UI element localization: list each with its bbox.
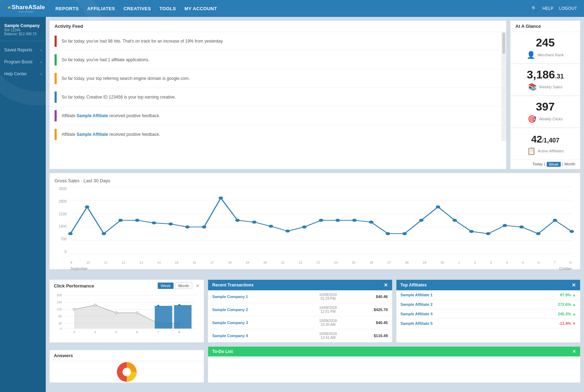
svg-point-15 (219, 196, 223, 199)
weekly-sales-label-row: 📚 Weekly Sales (515, 83, 575, 91)
activity-feed-body: So far today, you've had 98 hits. That's… (50, 32, 506, 141)
x-label: 7 (554, 261, 555, 264)
tx-company-name: Sample Company 3 (212, 321, 289, 325)
scrollbar[interactable] (501, 32, 506, 141)
answers-body (50, 361, 204, 382)
logout-link[interactable]: LOGOUT (559, 6, 577, 11)
svg-point-23 (352, 219, 357, 222)
svg-point-25 (386, 232, 390, 235)
x-label: 17 (210, 261, 214, 264)
activity-feed-title: Activity Feed (55, 24, 83, 29)
svg-point-14 (202, 226, 206, 228)
svg-point-24 (369, 221, 373, 223)
tab-month[interactable]: Month (175, 283, 192, 289)
sidebar-item-label: Help Center (4, 71, 27, 76)
svg-point-17 (252, 221, 257, 223)
svg-point-20 (302, 226, 307, 228)
x-label: 11 (104, 261, 108, 264)
active-affiliates-label: Active Affiliates (538, 149, 564, 153)
aff-pct: 272.6% (558, 302, 576, 306)
x-label: 14 (157, 261, 161, 264)
x-label: 23 (316, 261, 320, 264)
svg-point-53 (136, 312, 138, 314)
svg-point-8 (102, 232, 106, 235)
close-icon[interactable]: ✕ (384, 282, 388, 288)
x-label: 15 (175, 261, 178, 264)
logo-sub: Part of Awin (18, 10, 33, 13)
period-month[interactable]: Month (564, 162, 575, 167)
nav-affiliates[interactable]: AFFILIATES (87, 6, 115, 11)
svg-text:0: 0 (60, 327, 62, 330)
svg-text:5: 5 (115, 330, 117, 334)
click-perf-tabs: Week Month ✕ (158, 283, 200, 289)
activity-bar (55, 91, 57, 103)
todo-section: To-Do List ✕ (208, 346, 580, 383)
aff-name: Sample Affiliate 4 (401, 312, 558, 316)
click-perf-header: Click Performance Week Month ✕ (50, 280, 204, 292)
x-label: 6 (538, 261, 540, 264)
svg-point-36 (570, 230, 574, 233)
glance-weekly-clicks: 397 🎯 Weekly Clicks (510, 96, 580, 128)
at-a-glance-header: At A Glance (510, 21, 580, 32)
recent-transactions: Recent Transactions ✕ Sample Company 1 1… (208, 279, 393, 343)
nav-my-account[interactable]: MY ACCOUNT (184, 6, 217, 11)
close-icon[interactable]: ✕ (572, 282, 576, 288)
company-name: Sample Company (4, 23, 42, 28)
sidebar-item-help-center[interactable]: Help Center › (0, 68, 46, 80)
activity-bar (55, 110, 57, 121)
nav-tools[interactable]: TOOLS (159, 6, 176, 11)
x-label: 26 (370, 261, 373, 264)
y-label: 1400 (59, 225, 67, 228)
weekly-clicks-icon: 🎯 (528, 115, 536, 123)
svg-text:40: 40 (58, 322, 62, 325)
tx-date: 10/09/201801:29 PM (289, 293, 366, 301)
logo-star-icon: ★ (7, 5, 12, 10)
logo-wrapper: ★ ShareASale Part of Awin (7, 4, 45, 13)
aff-name: Sample Affiliate 1 (401, 293, 560, 297)
nav-reports[interactable]: REPORTS (56, 6, 79, 11)
x-label: 1 (458, 261, 460, 264)
svg-point-18 (269, 225, 273, 228)
x-label: 27 (387, 261, 391, 264)
svg-point-34 (536, 232, 541, 235)
line-chart (70, 187, 572, 254)
bottom-row: Click Performance Week Month ✕ (49, 279, 580, 343)
close-icon[interactable]: ✕ (572, 349, 576, 354)
tx-amount: $425.70 (367, 308, 388, 312)
help-link[interactable]: HELP (542, 6, 553, 11)
list-item: Affiliate Sample Affiliate received posi… (50, 107, 501, 125)
month-labels: September October (70, 267, 572, 271)
x-label: 4 (506, 261, 508, 264)
period-week[interactable]: Week (547, 162, 561, 167)
sidebar: Sample Company ID# 12345 Balance: $12,49… (0, 17, 46, 392)
sidebar-item-program-boost[interactable]: Program Boost › (0, 56, 46, 68)
header-actions: 🔍 HELP LOGOUT (532, 6, 577, 11)
tx-amount: $40.45 (367, 321, 388, 325)
x-axis: 9 10 11 12 13 14 15 16 17 18 19 20 21 22… (70, 261, 572, 264)
svg-rect-57 (174, 305, 191, 329)
recent-tx-header: Recent Transactions ✕ (208, 280, 392, 290)
merchant-rank-label-row: 👤 Merchant Rank (515, 51, 575, 59)
svg-point-32 (503, 224, 507, 227)
answers-chart (116, 361, 137, 382)
x-label: 28 (405, 261, 409, 264)
glance-weekly-sales: 3,186.31 📚 Weekly Sales (510, 64, 580, 96)
close-icon[interactable]: ✕ (196, 283, 200, 289)
activity-text: Affiliate Sample Affiliate received posi… (62, 113, 160, 118)
sidebar-item-saved-reports[interactable]: Saved Reports › (0, 44, 46, 56)
activity-bar (55, 129, 57, 140)
nav-creatives[interactable]: CREATIVES (124, 6, 151, 11)
aff-pct: -11.4% (559, 321, 576, 325)
svg-point-22 (335, 219, 340, 222)
search-icon[interactable]: 🔍 (532, 6, 537, 11)
svg-text:120: 120 (57, 308, 62, 311)
activity-bar (55, 54, 57, 65)
y-label: 700 (61, 237, 67, 241)
weekly-clicks-label: Weekly Clicks (539, 117, 563, 121)
svg-point-31 (486, 232, 490, 235)
x-label: 18 (228, 261, 232, 264)
y-label: 2100 (59, 212, 67, 216)
chevron-right-icon: › (40, 60, 42, 64)
period-today[interactable]: Today (532, 162, 542, 167)
tab-week[interactable]: Week (158, 283, 174, 289)
